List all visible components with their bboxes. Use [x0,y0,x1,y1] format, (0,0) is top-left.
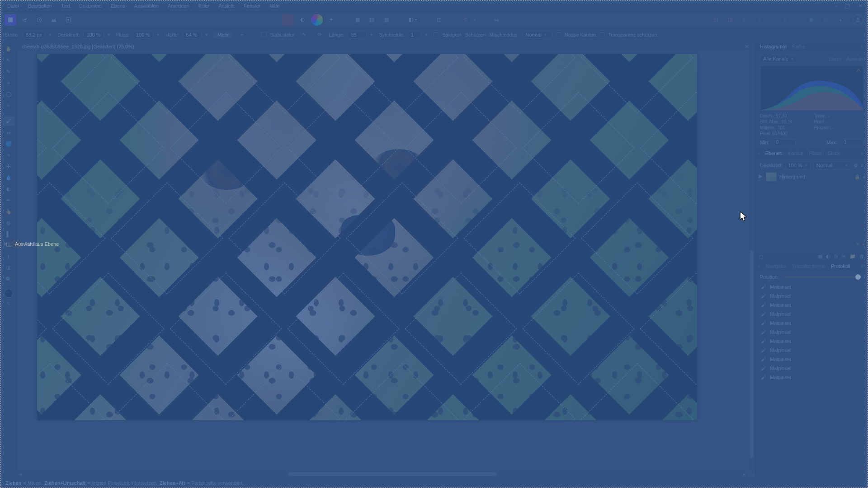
arrange-back-icon[interactable]: ◱ [710,14,722,26]
split-icon[interactable]: ◫ [433,14,445,26]
cloud-1-icon[interactable]: ◉ [806,14,817,26]
tab-farbe[interactable]: Farbe [792,44,805,49]
menu-bearbeiten[interactable]: Bearbeiten [24,1,57,10]
arrange-front-icon[interactable]: ◲ [724,14,736,26]
cloud-3-icon[interactable]: ● [835,14,846,26]
clone-tool-icon[interactable]: ⌖ [3,150,14,160]
layer-hamburger-icon[interactable]: ≡ [861,163,863,168]
collapse-icon[interactable]: ‹ [758,263,760,269]
grid-1-icon[interactable]: ▦ [352,14,363,26]
swap-colors-icon[interactable]: ⇅ [7,301,10,306]
shape-tool-icon[interactable]: ▭ [3,241,14,250]
layer-blend-dropdown[interactable]: Normal▾ [813,161,851,169]
blur-tool-icon[interactable]: 💧 [3,173,14,182]
tab-pinsel[interactable]: Pinsel [809,150,822,156]
grid-2-icon[interactable]: ▥ [366,14,378,26]
rgb-swatch-icon[interactable] [282,14,294,26]
symmetrie-input[interactable]: 1 [408,31,421,39]
menu-ebene[interactable]: Ebene [106,1,130,10]
hscroll-thumb[interactable] [288,472,496,476]
align-icon[interactable]: ≡ [779,14,791,26]
greyscale-icon[interactable]: ◐ [297,14,308,26]
layers-menu-icon[interactable]: ≡ [861,150,863,156]
tab-protokoll[interactable]: Protokoll [831,263,850,269]
preview-icon[interactable]: ▭ [491,14,502,26]
horizontal-scrollbar[interactable]: ◂ ▸ [17,471,748,477]
history-item[interactable]: 🖌Malpinsel [755,328,868,337]
heal-tool-icon[interactable]: ✚ [3,162,14,171]
smudge-tool-icon[interactable]: 👆 [3,207,14,216]
window-minimize-icon[interactable]: — [831,3,837,9]
paint-brush-tool-icon[interactable]: 🖌 [3,117,14,126]
picker-icon[interactable]: ✦ [326,14,337,26]
history-item[interactable]: 🖌Malpinsel [755,282,868,291]
stabilisator-checkbox[interactable] [261,32,266,37]
develop-persona-icon[interactable] [33,14,45,26]
max-input[interactable] [842,139,863,145]
tab-kanaele[interactable]: Kanäle [788,150,803,156]
export-persona-icon[interactable] [62,14,74,26]
text-tool-icon[interactable]: T [3,252,14,261]
selection-brush-tool-icon[interactable]: ◯ [3,89,14,99]
history-slider[interactable] [784,276,861,278]
folder-icon[interactable]: 📁 [849,253,856,259]
move-tool-icon[interactable]: ↖ [3,56,14,65]
history-item[interactable]: 🖌Malpinsel [755,291,868,300]
menu-hilfe[interactable]: Hilfe [265,1,284,10]
liquify-persona-icon[interactable] [19,14,31,26]
photo-persona-icon[interactable] [5,14,16,26]
layer-name[interactable]: Hintergrund [779,174,805,179]
history-item[interactable]: 🖌Malpinsel [755,319,868,328]
tone-mapping-persona-icon[interactable] [48,14,60,26]
mesh-tool-icon[interactable]: ⊞ [3,263,14,272]
erase-tool-icon[interactable]: ▱ [3,128,14,137]
vertical-scrollbar[interactable] [749,52,755,471]
menu-fenster[interactable]: Fenster [239,1,265,10]
sponge-tool-icon[interactable]: ◍ [3,218,14,227]
proto-menu-icon[interactable]: ≡ [861,263,863,269]
menu-ansicht[interactable]: Ansicht [214,1,239,10]
layer-vis-dot[interactable]: ● [863,174,865,179]
color-wheel-icon[interactable] [311,14,323,26]
haerte-input[interactable]: 64 % [183,31,202,39]
fx-text-icon[interactable]: fx [834,253,838,259]
history-item[interactable]: 🖌Malpinsel [755,300,868,310]
document-tab[interactable]: cheetah-g3635066ee_1920.jpg [Geändert] (… [22,44,134,49]
cloud-2-icon[interactable]: ◎ [820,14,832,26]
history-item[interactable]: 🖌Malpinsel [755,373,868,382]
lock-icon[interactable]: 🔒 [854,174,860,179]
dodge-tool-icon[interactable]: ◐ [3,184,14,193]
mask-icon[interactable]: ◻ [759,253,763,259]
rope-mode-icon[interactable]: ∿ [298,29,310,41]
channels-dropdown[interactable]: Alle Kanäle▾ [760,55,797,63]
mehr-button[interactable]: Mehr [214,31,232,39]
menu-filter[interactable]: Filter [194,1,214,10]
adjust-icon[interactable]: ◐ [826,253,830,259]
close-tab-icon[interactable]: ✕ [745,44,749,50]
pen-tool-icon[interactable]: ✒ [3,196,14,205]
vscroll-thumb[interactable] [750,250,754,458]
account-avatar-icon[interactable] [853,14,863,25]
history-item[interactable]: 🖌Malpinsel [755,310,868,319]
crop-layer-icon[interactable]: ✂ [842,253,846,259]
fluss-input[interactable]: 100 % [133,31,153,39]
scroll-right-icon[interactable]: ▸ [741,471,748,477]
breite-input[interactable]: 68,2 px [23,31,45,39]
warning-icon[interactable]: ⚠ [856,67,861,74]
tab-navigator[interactable]: Navigator [765,263,787,269]
layer-opacity-input[interactable]: 100 %▾ [785,161,811,169]
fx-icon[interactable]: ▦ [818,253,822,259]
window-mode-icon[interactable]: ⊙ [314,29,326,41]
layer-item[interactable]: ⯈ Hintergrund 🔒● [755,170,868,183]
laenge-input[interactable]: 35 [348,31,367,39]
scroll-left-icon[interactable]: ◂ [17,471,24,477]
nasse-checkbox[interactable] [556,32,561,37]
menu-datei[interactable]: Datei [3,1,24,10]
menu-anordnen[interactable]: Anordnen [163,1,194,10]
menu-text[interactable]: Text [57,1,75,10]
histo-ebene-button[interactable]: Ebene [829,56,842,61]
spiegeln-checkbox[interactable] [434,32,439,37]
foreground-color-swatch[interactable] [4,289,13,298]
tab-histogramm[interactable]: Histogramm [760,44,787,49]
gradient-tool-icon[interactable]: ▌ [3,230,14,239]
